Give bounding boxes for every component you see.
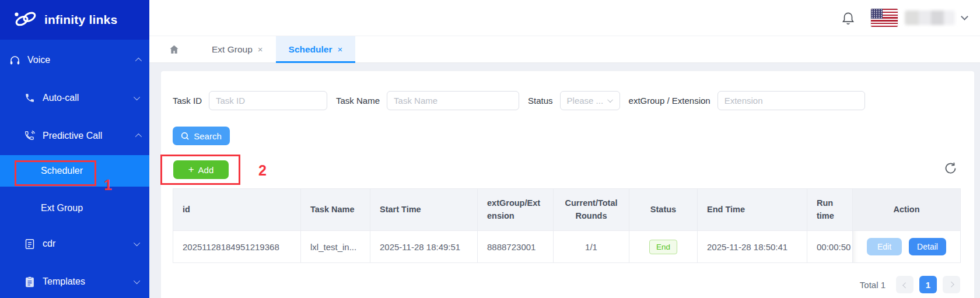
annotation-label-2: 2 [258, 162, 267, 179]
task-id-input[interactable] [209, 91, 327, 110]
add-button-label: Add [198, 165, 214, 175]
tab-bar: Ext Group × Scheduler × [149, 36, 980, 63]
scheduler-table: id Task Name Start Time extGroup/Extensi… [173, 188, 961, 263]
table-header-row: id Task Name Start Time extGroup/Extensi… [173, 189, 961, 231]
chevron-down-icon [607, 97, 613, 103]
cell-action: Edit Detail [853, 231, 961, 263]
cell-task-name: lxl_test_in... [301, 231, 370, 263]
clipboard-icon [23, 276, 36, 288]
tab-label: Scheduler [289, 44, 332, 55]
tab-close-icon[interactable]: × [338, 44, 343, 54]
sidebar-item-label: Templates [43, 276, 85, 287]
col-header-task-name: Task Name [301, 189, 370, 231]
cell-id: 20251128184951219368 [173, 231, 301, 263]
add-button[interactable]: + Add [173, 160, 229, 179]
table-row: 20251128184951219368 lxl_test_in... 2025… [173, 231, 961, 263]
col-header-status: Status [629, 189, 698, 231]
sidebar-item-templates[interactable]: Templates [0, 264, 149, 298]
sidebar-item-cdr[interactable]: cdr [0, 226, 149, 262]
col-header-id: id [173, 189, 301, 231]
col-header-start-time: Start Time [370, 189, 478, 231]
document-icon [23, 239, 36, 250]
annotation-box-2: + Add 2 [160, 155, 240, 185]
notification-bell-icon[interactable] [841, 10, 856, 26]
col-header-rounds: Current/Total Rounds [554, 189, 629, 231]
user-name-redacted[interactable] [905, 10, 955, 25]
page-1-button[interactable]: 1 [919, 276, 937, 293]
pagination-total: Total 1 [860, 280, 886, 290]
filter-bar: Task ID Task Name Status Please ... extG… [173, 91, 963, 110]
chevron-up-icon [135, 58, 142, 64]
sidebar-item-auto-call[interactable]: Auto-call [0, 80, 149, 116]
sidebar-item-voice[interactable]: Voice [0, 42, 149, 78]
detail-button[interactable]: Detail [909, 238, 946, 255]
edit-button[interactable]: Edit [867, 238, 902, 255]
status-label: Status [528, 96, 553, 106]
task-name-input[interactable] [387, 91, 519, 110]
home-tab[interactable] [163, 36, 185, 62]
plus-icon: + [188, 164, 194, 174]
brand-logo: infinity links [0, 0, 149, 40]
col-header-run-time: Run time [807, 189, 853, 231]
sidebar-item-label: Ext Group [41, 203, 83, 213]
search-button[interactable]: Search [173, 127, 230, 145]
tab-label: Ext Group [212, 44, 253, 55]
sidebar-item-label: Predictive Call [43, 131, 102, 141]
page-background: Task ID Task Name Status Please ... extG… [149, 63, 980, 298]
sidebar-item-label: cdr [43, 239, 55, 249]
tab-ext-group[interactable]: Ext Group × [199, 36, 276, 62]
filter-task-name: Task Name [336, 91, 519, 110]
language-flag-icon[interactable] [871, 9, 898, 27]
chevron-down-icon [134, 278, 140, 284]
next-page-button[interactable] [943, 276, 960, 293]
col-header-end-time: End Time [698, 189, 807, 231]
extgroup-extension-label: extGroup / Extension [629, 96, 710, 106]
cell-run-time: 00:00:50 [807, 231, 853, 263]
status-select[interactable]: Please ... [560, 91, 620, 110]
status-select-placeholder: Please ... [567, 96, 604, 106]
user-menu-chevron-down-icon[interactable] [961, 13, 968, 20]
chevron-up-icon [135, 134, 142, 140]
content-card: Task ID Task Name Status Please ... extG… [161, 71, 974, 298]
status-badge: End [649, 240, 677, 254]
filter-extension: extGroup / Extension [629, 91, 865, 110]
top-header [149, 0, 980, 36]
headset-icon [8, 54, 21, 66]
phone-ring-icon [23, 130, 36, 142]
col-header-action: Action [853, 189, 961, 231]
annotation-box-1 [15, 160, 96, 186]
sidebar-item-label: Voice [27, 55, 50, 65]
phone-icon [23, 93, 36, 103]
chevron-down-icon [134, 240, 140, 246]
brand-name: infinity links [44, 13, 117, 27]
chevron-down-icon [134, 94, 140, 100]
cell-extgroup: 8888723001 [478, 231, 554, 263]
col-header-extgroup: extGroup/Extension [478, 189, 554, 231]
sidebar: infinity links Voice Auto-call [0, 0, 149, 298]
task-id-label: Task ID [173, 96, 202, 106]
pagination: Total 1 1 [173, 276, 960, 293]
refresh-icon[interactable] [943, 161, 958, 178]
annotation-label-1: 1 [104, 177, 112, 194]
sidebar-item-predictive-call[interactable]: Predictive Call [0, 118, 149, 154]
task-name-label: Task Name [336, 96, 380, 106]
filter-task-id: Task ID [173, 91, 327, 110]
tab-scheduler[interactable]: Scheduler × [276, 36, 356, 62]
home-icon [168, 44, 180, 55]
cell-rounds: 1/1 [554, 231, 629, 263]
sidebar-item-ext-group[interactable]: Ext Group [0, 192, 149, 224]
search-button-label: Search [194, 131, 222, 141]
tab-close-icon[interactable]: × [258, 44, 263, 54]
cell-start-time: 2025-11-28 18:49:51 [370, 231, 478, 263]
cell-end-time: 2025-11-28 18:50:41 [698, 231, 807, 263]
prev-page-button[interactable] [896, 276, 914, 293]
filter-status: Status Please ... [528, 91, 620, 110]
infinity-logo-icon [13, 10, 38, 30]
chevron-left-icon [902, 282, 908, 288]
cell-status: End [629, 231, 698, 263]
chevron-right-icon [948, 281, 954, 287]
extension-input[interactable] [718, 91, 865, 110]
sidebar-item-label: Auto-call [43, 93, 79, 103]
search-icon [181, 132, 190, 141]
